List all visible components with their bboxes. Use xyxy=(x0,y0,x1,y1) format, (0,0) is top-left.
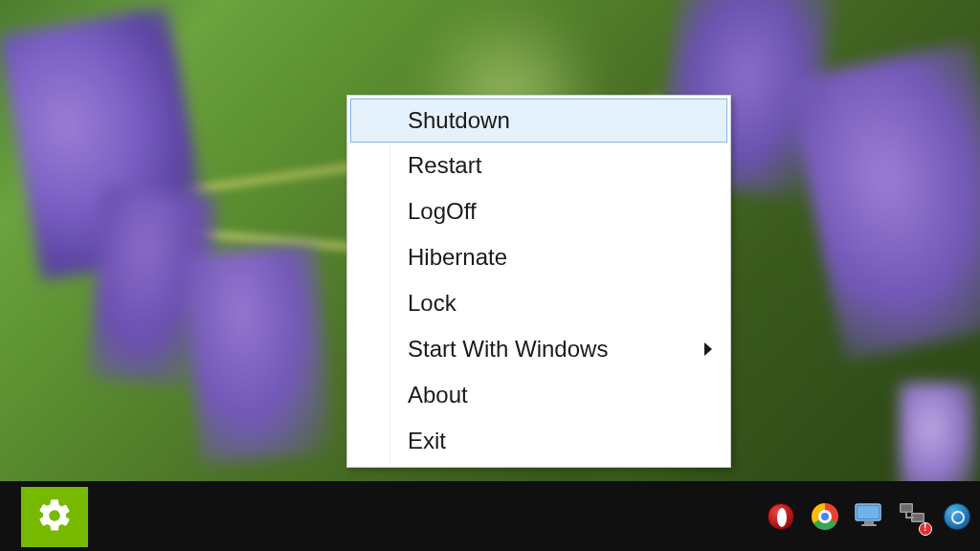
menu-item-label: About xyxy=(390,382,727,408)
tray-network-icon[interactable] xyxy=(896,499,930,534)
menu-item-about[interactable]: About xyxy=(350,372,727,418)
menu-item-label: Hibernate xyxy=(390,244,727,271)
menu-icon-gutter xyxy=(350,326,390,372)
menu-item-label: Start With Windows xyxy=(390,336,727,363)
tray-monitor-icon[interactable] xyxy=(852,499,886,534)
svg-rect-1 xyxy=(858,506,879,518)
gear-icon xyxy=(35,496,74,539)
menu-item-label: Exit xyxy=(390,428,727,454)
menu-icon-gutter xyxy=(351,99,390,142)
svg-rect-2 xyxy=(864,521,874,524)
menu-item-restart[interactable]: Restart xyxy=(350,143,727,188)
svg-rect-7 xyxy=(913,514,924,520)
svg-rect-3 xyxy=(861,524,877,526)
menu-item-shutdown[interactable]: Shutdown xyxy=(350,99,727,143)
tray-chrome-icon[interactable] xyxy=(808,499,842,534)
menu-item-exit[interactable]: Exit xyxy=(350,418,727,464)
tray-opera-icon[interactable] xyxy=(764,499,798,534)
menu-icon-gutter xyxy=(350,418,390,464)
opera-icon xyxy=(768,503,794,530)
menu-item-start-with-windows[interactable]: Start With Windows xyxy=(350,326,727,372)
menu-icon-gutter xyxy=(350,372,390,418)
menu-item-hibernate[interactable]: Hibernate xyxy=(350,234,727,280)
taskbar xyxy=(0,481,980,551)
alert-badge-icon xyxy=(919,522,932,536)
menu-item-logoff[interactable]: LogOff xyxy=(350,188,727,234)
menu-icon-gutter xyxy=(350,188,390,234)
tray-app-icon[interactable] xyxy=(940,499,974,534)
menu-icon-gutter xyxy=(350,280,390,326)
app-icon xyxy=(944,503,970,530)
menu-item-label: Shutdown xyxy=(390,107,726,134)
chrome-icon xyxy=(812,503,838,530)
menu-item-label: Restart xyxy=(390,152,727,179)
monitor-icon xyxy=(854,501,884,532)
start-button[interactable] xyxy=(21,487,88,547)
menu-icon-gutter xyxy=(350,143,390,188)
submenu-arrow-icon xyxy=(704,342,712,356)
menu-item-label: Lock xyxy=(390,290,727,317)
svg-rect-5 xyxy=(902,504,912,511)
tray-context-menu: Shutdown Restart LogOff Hibernate Lock S… xyxy=(346,95,731,468)
menu-item-label: LogOff xyxy=(390,198,727,225)
menu-item-lock[interactable]: Lock xyxy=(350,280,727,326)
menu-icon-gutter xyxy=(350,234,390,280)
system-tray xyxy=(764,481,974,551)
